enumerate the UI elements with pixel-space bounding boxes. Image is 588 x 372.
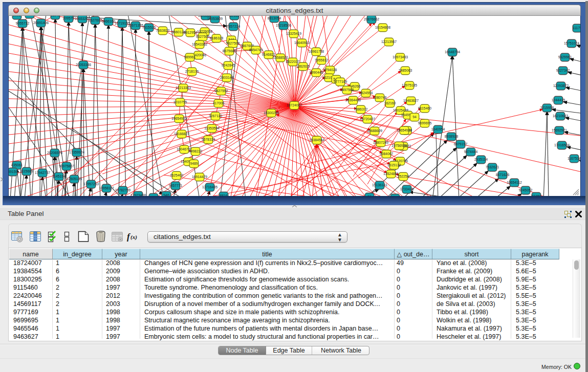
svg-text:12213967: 12213967 [381, 40, 397, 43]
svg-text:10958117: 10958117 [99, 186, 114, 190]
svg-text:1733426: 1733426 [400, 187, 414, 191]
svg-text:8813054: 8813054 [268, 16, 281, 20]
svg-text:9474444: 9474444 [464, 150, 478, 154]
svg-text:1615132: 1615132 [387, 163, 401, 167]
svg-text:162160: 162160 [384, 101, 396, 105]
svg-text:10973493: 10973493 [393, 55, 408, 59]
svg-text:92185: 92185 [230, 16, 239, 17]
svg-text:13716485: 13716485 [202, 185, 217, 189]
svg-text:9242845: 9242845 [222, 63, 235, 67]
svg-text:12093872: 12093872 [553, 84, 569, 87]
svg-text:19218506: 19218506 [276, 24, 291, 27]
svg-text:1640954: 1640954 [431, 127, 445, 131]
svg-text:19654923: 19654923 [397, 128, 412, 132]
svg-text:19756928: 19756928 [391, 144, 407, 147]
svg-text:19463627: 19463627 [403, 99, 419, 102]
svg-text:9327509: 9327509 [196, 35, 210, 38]
svg-text:20206576: 20206576 [47, 151, 62, 155]
svg-text:7632621: 7632621 [486, 165, 499, 169]
svg-text:1527602: 1527602 [89, 18, 102, 22]
svg-text:1115689: 1115689 [20, 169, 33, 173]
svg-text:18807249: 18807249 [373, 141, 388, 144]
svg-text:16914479: 16914479 [192, 175, 207, 179]
svg-text:16945: 16945 [51, 16, 60, 17]
svg-text:1244415: 1244415 [552, 98, 565, 102]
svg-text:19384554: 19384554 [309, 138, 324, 142]
svg-text:8938928: 8938928 [445, 135, 459, 138]
svg-text:7625402: 7625402 [170, 173, 184, 177]
svg-text:2718176: 2718176 [185, 70, 199, 73]
svg-text:1145194: 1145194 [52, 174, 66, 178]
svg-text:18724007: 18724007 [287, 103, 302, 107]
svg-text:9427552: 9427552 [214, 89, 228, 93]
svg-text:17016504: 17016504 [554, 143, 570, 147]
svg-text:9457771: 9457771 [169, 184, 183, 187]
svg-text:92450: 92450 [532, 194, 541, 196]
svg-text:10654112: 10654112 [507, 181, 522, 184]
svg-text:417006: 417006 [213, 101, 225, 105]
svg-text:8471626: 8471626 [496, 173, 510, 177]
svg-text:16543362: 16543362 [192, 42, 207, 46]
svg-text:12923468: 12923468 [130, 193, 146, 196]
svg-text:(x): (x) [130, 234, 137, 240]
svg-text:6497568: 6497568 [340, 88, 354, 92]
svg-text:9699695: 9699695 [418, 121, 432, 125]
svg-text:15136141: 15136141 [372, 183, 387, 187]
svg-text:94: 94 [412, 115, 417, 119]
svg-text:8990448: 8990448 [310, 71, 323, 74]
svg-text:6879197: 6879197 [454, 142, 468, 146]
svg-text:10671355: 10671355 [128, 24, 143, 27]
svg-text:11353594: 11353594 [204, 126, 220, 130]
svg-text:9329961: 9329961 [558, 55, 572, 59]
svg-text:96: 96 [367, 195, 372, 196]
svg-text:2935114: 2935114 [474, 158, 488, 161]
svg-text:20876662: 20876662 [364, 17, 379, 21]
svg-text:15720407: 15720407 [360, 117, 375, 121]
svg-text:435061: 435061 [11, 163, 23, 167]
svg-text:7886372: 7886372 [354, 107, 368, 111]
svg-text:4498222: 4498222 [189, 149, 203, 153]
svg-text:8186328: 8186328 [210, 36, 224, 40]
svg-text:5578334: 5578334 [202, 138, 215, 141]
svg-text:17359924: 17359924 [69, 150, 84, 154]
svg-text:11175: 11175 [573, 26, 580, 30]
svg-text:8912954: 8912954 [184, 31, 198, 34]
svg-text:9227342: 9227342 [556, 69, 570, 72]
svg-text:2803144: 2803144 [220, 76, 234, 79]
svg-text:7663822: 7663822 [156, 29, 170, 32]
svg-text:7955812: 7955812 [315, 58, 329, 62]
svg-text:15692971: 15692971 [552, 128, 567, 132]
svg-text:8822037: 8822037 [286, 60, 300, 63]
svg-text:209575: 209575 [63, 16, 75, 20]
svg-text:9055712: 9055712 [16, 21, 30, 25]
svg-text:12213363: 12213363 [176, 86, 191, 90]
svg-text:16154808: 16154808 [375, 26, 390, 29]
svg-text:1167534: 1167534 [568, 157, 580, 160]
svg-text:6466160: 6466160 [102, 19, 116, 23]
svg-text:989961: 989961 [184, 55, 196, 59]
svg-text:39159: 39159 [9, 170, 18, 173]
svg-text:19654933: 19654933 [171, 117, 187, 120]
svg-text:20691406: 20691406 [33, 21, 49, 25]
svg-text:20053346: 20053346 [76, 63, 91, 67]
svg-text:9327508: 9327508 [226, 41, 240, 45]
svg-text:1292: 1292 [149, 195, 157, 196]
svg-text:8454749: 8454749 [249, 48, 263, 52]
svg-text:15751074: 15751074 [564, 41, 579, 45]
svg-text:3215958: 3215958 [540, 106, 554, 110]
svg-text:9245052: 9245052 [519, 188, 533, 192]
svg-text:16782759: 16782759 [115, 188, 130, 192]
svg-text:8816: 8816 [220, 194, 227, 196]
svg-text:946: 946 [163, 193, 169, 196]
svg-text:16648794: 16648794 [445, 50, 460, 54]
svg-text:10653267: 10653267 [75, 17, 90, 20]
svg-text:2096: 2096 [13, 16, 20, 17]
svg-text:12505135: 12505135 [67, 177, 82, 181]
svg-text:7485063: 7485063 [399, 69, 412, 72]
svg-text:6794028: 6794028 [323, 68, 337, 72]
svg-text:1080748: 1080748 [373, 96, 387, 99]
svg-text:10688609: 10688609 [367, 129, 382, 133]
svg-text:17942737: 17942737 [35, 171, 50, 174]
svg-text:7515526: 7515526 [142, 26, 156, 29]
svg-text:18300295: 18300295 [264, 111, 279, 115]
